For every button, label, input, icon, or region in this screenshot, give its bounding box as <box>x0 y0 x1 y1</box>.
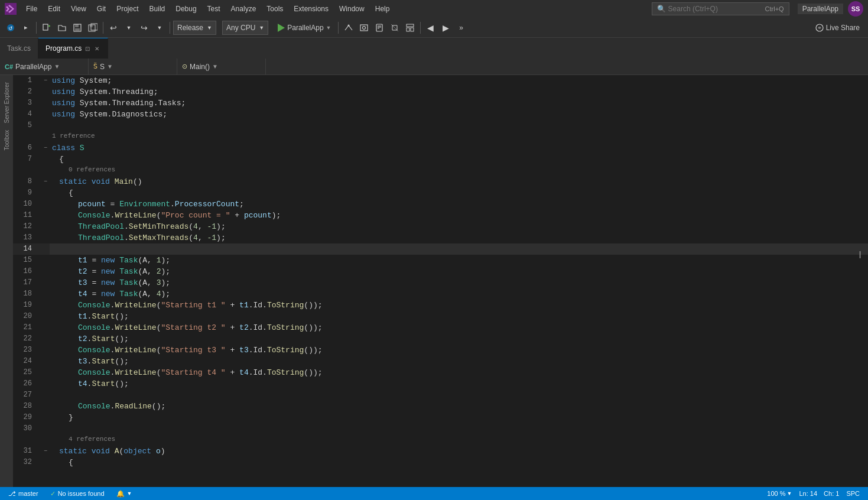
breadcrumb-project[interactable]: C# ParallelApp ▼ <box>0 59 89 75</box>
member-name: Main() <box>190 63 210 71</box>
nav-backward-btn[interactable]: ◀ <box>424 20 438 35</box>
undo-btn[interactable]: ↩ <box>106 20 121 35</box>
git-status[interactable]: ⎇ master <box>5 487 42 500</box>
history-btn[interactable] <box>388 20 402 35</box>
tab-taskcs[interactable]: Task.cs <box>0 38 38 59</box>
ln-col-status[interactable]: Ln: 14 Ch: 1 <box>795 487 843 500</box>
layout-btn[interactable] <box>403 20 417 35</box>
member-icon: ⊙ <box>182 63 187 70</box>
collapse-btn-8[interactable]: − <box>41 176 50 187</box>
notifications-btn[interactable]: 🔔 ▼ <box>113 487 136 500</box>
line-content-5 <box>50 120 868 131</box>
line-num-1: 1 <box>13 75 41 86</box>
code-editor[interactable]: 1 − using System; 2 using System.Threadi… <box>13 75 868 487</box>
zoom-control[interactable]: 100 % ▼ <box>763 487 795 500</box>
line-num-8: 8 <box>13 176 41 187</box>
tab-close-btn[interactable]: ✕ <box>93 45 100 53</box>
chevron-icon-2: ▼ <box>107 63 113 70</box>
code-line-18: 18 t4 = new Task(A, 4); <box>13 288 868 300</box>
platform-dropdown[interactable]: Any CPU ▼ <box>222 21 268 35</box>
undo-dropdown[interactable]: ▼ <box>122 20 136 35</box>
menu-test[interactable]: Test <box>203 0 225 18</box>
toolbox-label[interactable]: Toolbox <box>2 128 11 152</box>
open-btn[interactable] <box>55 20 69 35</box>
menu-git[interactable]: Git <box>92 0 110 18</box>
run-button[interactable]: ParallelApp ▼ <box>274 22 334 33</box>
menu-analyze[interactable]: Analyze <box>226 0 261 18</box>
tab-programcs[interactable]: Program.cs ⊡ ✕ <box>38 38 108 59</box>
code-line-13: 13 ThreadPool.SetMaxThreads(4, -1); <box>13 232 868 243</box>
menu-bar: File Edit View Git Project Build Debug T… <box>0 0 868 18</box>
line-content-3: using System.Threading.Tasks; <box>50 98 868 109</box>
no-issues-label: No issues found <box>58 490 105 497</box>
encoding-status[interactable]: SPC <box>843 487 863 500</box>
search-box[interactable]: 🔍 Ctrl+Q <box>652 2 789 15</box>
screencapture-btn[interactable] <box>357 20 371 35</box>
collapse-btn-6[interactable]: − <box>41 142 50 154</box>
line-content-13: ThreadPool.SetMaxThreads(4, -1); <box>50 232 868 243</box>
notification-dropdown[interactable]: ▼ <box>127 491 132 496</box>
server-explorer-label[interactable]: Server Explorer <box>2 80 11 125</box>
search-input[interactable] <box>668 5 763 13</box>
redo-btn[interactable]: ↪ <box>137 20 151 35</box>
line-num-3: 3 <box>13 98 41 109</box>
line-content-26: t4.Start(); <box>50 378 868 389</box>
menu-tools[interactable]: Tools <box>262 0 288 18</box>
line-num-14: 14 <box>13 243 41 255</box>
menu-extensions[interactable]: Extensions <box>289 0 333 18</box>
line-content-16: t2 = new Task(A, 2); <box>50 266 868 277</box>
line-content-21: Console.WriteLine("Starting t2 " + t2.Id… <box>50 322 868 333</box>
svg-rect-2 <box>43 24 48 30</box>
liveshare-button[interactable]: Live Share <box>811 22 864 33</box>
configuration-chevron: ▼ <box>207 25 212 31</box>
code-line-15: 15 t1 = new Task(A, 1); <box>13 255 868 266</box>
line-content-1: using System; <box>50 75 868 86</box>
saveall-btn[interactable] <box>86 20 100 35</box>
menu-file[interactable]: File <box>21 0 42 18</box>
menu-build[interactable]: Build <box>145 0 170 18</box>
line-num-25: 25 <box>13 367 41 378</box>
menu-project[interactable]: Project <box>112 0 143 18</box>
bookmark-btn[interactable] <box>372 20 386 35</box>
menu-help[interactable]: Help <box>370 0 395 18</box>
new-project-btn[interactable] <box>40 20 54 35</box>
line-content-2: using System.Threading; <box>50 86 868 98</box>
menu-edit[interactable]: Edit <box>43 0 65 18</box>
forward-btn[interactable]: ▸ <box>19 20 33 35</box>
more-btn[interactable]: » <box>454 20 469 35</box>
nav-forward-btn[interactable]: ▶ <box>439 20 453 35</box>
line-num-26: 26 <box>13 378 41 389</box>
menu-window[interactable]: Window <box>334 0 369 18</box>
breadcrumb-symbol[interactable]: S̈ S ▼ <box>89 59 177 75</box>
line-num-23: 23 <box>13 345 41 356</box>
zoom-dropdown-icon[interactable]: ▼ <box>787 491 792 496</box>
code-line-25: 25 Console.WriteLine("Starting t4 " + t4… <box>13 367 868 378</box>
open-file-btn[interactable] <box>342 20 356 35</box>
sep4 <box>338 22 339 34</box>
back-btn[interactable]: ↺ <box>4 20 18 35</box>
redo-dropdown[interactable]: ▼ <box>152 20 167 35</box>
line-content-30 <box>50 423 868 434</box>
line-content-29: } <box>50 412 868 423</box>
save-btn[interactable] <box>70 20 84 35</box>
configuration-label: Release <box>177 24 203 32</box>
menu-debug[interactable]: Debug <box>171 0 201 18</box>
svg-rect-20 <box>407 28 409 31</box>
collapse-btn-31[interactable]: − <box>41 446 50 457</box>
ref-line-3: 4 references <box>13 434 868 446</box>
menu-right: ParallelApp SS <box>798 1 863 17</box>
line-num-12: 12 <box>13 221 41 232</box>
line-num-10: 10 <box>13 199 41 210</box>
line-num-22: 22 <box>13 333 41 345</box>
no-issues-status[interactable]: ✓ No issues found <box>47 487 108 500</box>
line-num-27: 27 <box>13 389 41 401</box>
code-line-28: 28 Console.ReadLine(); <box>13 401 868 412</box>
line-content-20: t1.Start(); <box>50 311 868 322</box>
line-content-23: Console.WriteLine("Starting t3 " + t3.Id… <box>50 345 868 356</box>
configuration-dropdown[interactable]: Release ▼ <box>173 21 216 35</box>
breadcrumb-member[interactable]: ⊙ Main() ▼ <box>177 59 266 75</box>
collapse-btn-1[interactable]: − <box>41 75 50 86</box>
menu-view[interactable]: View <box>66 0 91 18</box>
user-avatar[interactable]: SS <box>848 1 863 17</box>
code-line-11: 11 Console.WriteLine("Proc count = " + p… <box>13 210 868 221</box>
